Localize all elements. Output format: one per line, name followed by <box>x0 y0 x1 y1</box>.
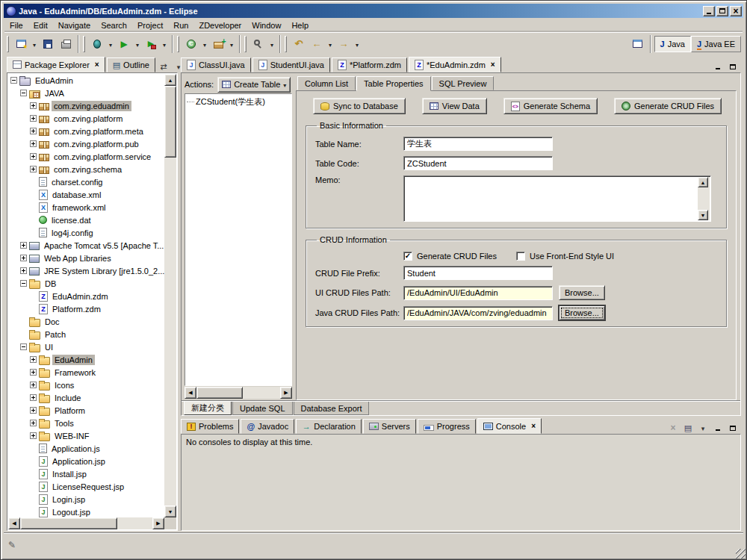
tree-item[interactable]: com.zving.platform.pub <box>9 137 164 150</box>
scrollbar-thumb[interactable] <box>20 517 117 529</box>
editor-tab-classui[interactable]: ClassUI.java <box>181 57 251 72</box>
perspective-java-ee[interactable]: Java EE <box>691 36 741 52</box>
table-tree-item[interactable]: ZCStudent(学生表) <box>186 96 291 108</box>
tree-item[interactable]: Patch <box>9 328 164 340</box>
tree-item[interactable]: JRE System Library [jre1.5.0_2... <box>9 264 164 277</box>
tab-progress[interactable]: Progress <box>418 419 476 434</box>
new-wizard-dropdown[interactable] <box>30 35 39 53</box>
expand-toggle-icon[interactable] <box>30 115 37 122</box>
scrollbar-thumb[interactable] <box>164 86 176 158</box>
new-java-class-dropdown[interactable] <box>200 35 209 53</box>
java-crud-files-path-input[interactable] <box>403 306 553 320</box>
last-edit-location-button[interactable]: ↶ <box>290 35 308 53</box>
run-dropdown[interactable] <box>133 35 142 53</box>
close-tab-icon[interactable]: × <box>531 423 536 430</box>
memo-scrollbar[interactable] <box>698 177 710 220</box>
menu-window[interactable]: Window <box>247 19 286 31</box>
table-code-input[interactable] <box>403 156 553 170</box>
maximize-button[interactable] <box>716 6 728 16</box>
tree-item[interactable]: com.zving.platform.meta <box>9 125 164 137</box>
expand-toggle-icon[interactable] <box>30 382 37 388</box>
tree-item[interactable]: Apache Tomcat v5.5 [Apache T... <box>9 239 164 252</box>
expand-toggle-icon[interactable] <box>30 420 37 426</box>
menu-search[interactable]: Search <box>96 19 132 31</box>
minimize-view-button[interactable] <box>711 422 725 434</box>
tree-item[interactable]: LicenseRequest.jsp <box>9 480 164 493</box>
tree-item[interactable]: EduAdmin <box>9 74 164 87</box>
toolbar-grip[interactable] <box>177 36 179 52</box>
menu-navigate[interactable]: Navigate <box>53 19 96 31</box>
tab-column-list[interactable]: Column List <box>297 76 356 90</box>
console-menu-button[interactable] <box>696 422 710 434</box>
tree-item[interactable]: framework.xml <box>9 201 164 214</box>
tree-item[interactable]: Doc <box>9 315 164 328</box>
tab-servers[interactable]: Servers <box>363 419 416 434</box>
maximize-view-button[interactable] <box>726 60 740 72</box>
expand-toggle-icon[interactable] <box>30 153 37 160</box>
tree-item[interactable]: Platform.zdm <box>9 302 164 315</box>
tree-item[interactable]: Application.jsp <box>9 455 164 467</box>
sync-to-database-button[interactable]: Sync to Database <box>313 98 406 114</box>
expand-toggle-icon[interactable] <box>30 102 37 109</box>
collapse-toggle-icon[interactable] <box>20 90 27 96</box>
tree-item[interactable]: Tools <box>9 417 164 429</box>
editor-tab-platform-zdm[interactable]: *Platform.zdm <box>332 57 407 72</box>
tree-item[interactable]: Icons <box>9 379 164 391</box>
expand-toggle-icon[interactable] <box>20 242 27 249</box>
menu-zdeveloper[interactable]: ZDeveloper <box>193 19 247 31</box>
minimize-view-button[interactable] <box>711 60 725 72</box>
tab-console[interactable]: Console × <box>477 418 542 434</box>
tree-item[interactable]: database.xml <box>9 188 164 201</box>
close-tab-icon[interactable]: × <box>95 61 99 69</box>
tab-sql-preview[interactable]: SQL Preview <box>432 76 495 90</box>
expand-toggle-icon[interactable] <box>20 255 27 261</box>
tree-item[interactable]: DB <box>9 277 164 290</box>
tree-item[interactable]: Application.js <box>9 442 164 455</box>
expand-toggle-icon[interactable] <box>30 394 37 401</box>
toolbar-grip[interactable] <box>285 36 287 52</box>
tree-item[interactable]: WEB-INF <box>9 429 164 442</box>
scrollbar-thumb[interactable] <box>196 387 243 399</box>
tree-item[interactable]: Install.jsp <box>9 467 164 480</box>
editor-tab-eduadmin-zdm[interactable]: *EduAdmin.zdm × <box>409 57 501 72</box>
eclipse-app-icon[interactable] <box>6 6 16 16</box>
save-button[interactable] <box>39 35 57 53</box>
tree-item[interactable]: EduAdmin.zdm <box>9 290 164 302</box>
generate-crud-files-button[interactable]: Generate CRUD Files <box>614 98 722 114</box>
scroll-up-icon[interactable] <box>164 74 176 86</box>
expand-toggle-icon[interactable] <box>20 267 27 274</box>
checkbox-unchecked-icon[interactable] <box>516 252 525 261</box>
minimize-button[interactable] <box>703 6 715 16</box>
horizontal-scrollbar[interactable] <box>8 517 164 529</box>
back-button[interactable]: ← <box>308 35 326 53</box>
tree-item[interactable]: UI <box>9 340 164 353</box>
tab-table-properties[interactable]: Table Properties <box>356 76 431 91</box>
tree-item[interactable]: EduAdmin <box>9 353 164 366</box>
use-front-end-style-checkbox[interactable]: Use Front-End Style UI <box>516 252 614 261</box>
new-wizard-button[interactable] <box>12 35 30 53</box>
tree-item[interactable]: JAVA <box>9 87 164 99</box>
perspective-java[interactable]: Java <box>654 36 691 52</box>
tree-item[interactable]: com.zving.platform.service <box>9 150 164 163</box>
scroll-left-icon[interactable] <box>8 517 20 529</box>
new-java-class-button[interactable] <box>182 35 200 53</box>
forward-button[interactable]: → <box>335 35 353 53</box>
debug-dropdown[interactable] <box>106 35 115 53</box>
search-button[interactable] <box>249 35 267 53</box>
generate-schema-button[interactable]: Generate Schema <box>503 98 598 114</box>
tab-problems[interactable]: Problems <box>181 419 239 434</box>
debug-button[interactable] <box>88 35 106 53</box>
tab-javadoc[interactable]: Javadoc <box>241 419 294 434</box>
new-package-button[interactable] <box>209 35 227 53</box>
toolbar-grip[interactable] <box>7 36 9 52</box>
external-tools-button[interactable] <box>142 35 160 53</box>
browse-java-path-button[interactable]: Browse... <box>559 305 605 320</box>
scroll-left-icon[interactable] <box>185 387 196 399</box>
resize-grip[interactable] <box>736 549 746 559</box>
new-package-dropdown[interactable] <box>227 35 236 53</box>
collapse-toggle-icon[interactable] <box>10 77 17 84</box>
back-dropdown[interactable] <box>326 35 335 53</box>
maximize-view-button[interactable] <box>726 422 740 434</box>
menu-run[interactable]: Run <box>168 19 193 31</box>
open-console-button[interactable] <box>681 422 695 434</box>
